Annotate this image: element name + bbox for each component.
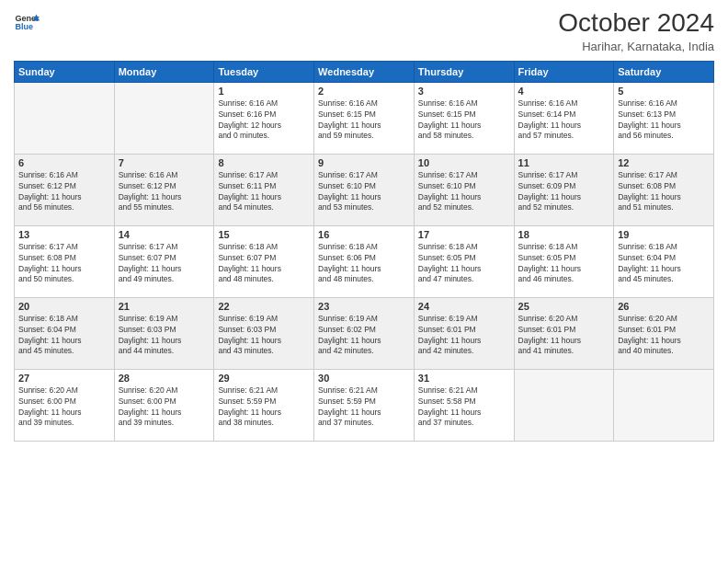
svg-text:Blue: Blue xyxy=(15,22,33,31)
day-number: 15 xyxy=(218,229,310,240)
location-subtitle: Harihar, Karnataka, India xyxy=(558,40,714,53)
day-number: 26 xyxy=(618,301,710,312)
cell-info: Sunrise: 6:19 AM Sunset: 6:03 PM Dayligh… xyxy=(218,314,310,358)
title-section: October 2024 Harihar, Karnataka, India xyxy=(558,9,714,53)
calendar-cell: 31Sunrise: 6:21 AM Sunset: 5:58 PM Dayli… xyxy=(414,369,514,441)
weekday-header-wednesday: Wednesday xyxy=(314,61,415,82)
day-number: 20 xyxy=(18,301,110,312)
calendar-cell: 22Sunrise: 6:19 AM Sunset: 6:03 PM Dayli… xyxy=(214,297,314,369)
calendar-cell: 19Sunrise: 6:18 AM Sunset: 6:04 PM Dayli… xyxy=(614,225,714,297)
calendar-cell: 20Sunrise: 6:18 AM Sunset: 6:04 PM Dayli… xyxy=(15,297,115,369)
day-number: 7 xyxy=(119,157,210,168)
calendar-cell xyxy=(15,82,115,154)
cell-info: Sunrise: 6:18 AM Sunset: 6:05 PM Dayligh… xyxy=(518,242,610,286)
day-number: 31 xyxy=(418,373,510,384)
calendar-cell: 11Sunrise: 6:17 AM Sunset: 6:09 PM Dayli… xyxy=(514,154,614,225)
weekday-header-row: SundayMondayTuesdayWednesdayThursdayFrid… xyxy=(15,61,714,82)
calendar-cell: 15Sunrise: 6:18 AM Sunset: 6:07 PM Dayli… xyxy=(214,225,314,297)
week-row-1: 1Sunrise: 6:16 AM Sunset: 6:16 PM Daylig… xyxy=(15,82,714,154)
calendar-cell: 23Sunrise: 6:19 AM Sunset: 6:02 PM Dayli… xyxy=(314,297,415,369)
cell-info: Sunrise: 6:16 AM Sunset: 6:13 PM Dayligh… xyxy=(618,98,710,143)
calendar-cell: 18Sunrise: 6:18 AM Sunset: 6:05 PM Dayli… xyxy=(514,225,614,297)
day-number: 10 xyxy=(418,157,510,168)
day-number: 19 xyxy=(618,229,710,240)
day-number: 2 xyxy=(318,86,410,97)
cell-info: Sunrise: 6:19 AM Sunset: 6:02 PM Dayligh… xyxy=(318,314,410,358)
calendar-cell: 21Sunrise: 6:19 AM Sunset: 6:03 PM Dayli… xyxy=(114,297,214,369)
calendar-cell: 28Sunrise: 6:20 AM Sunset: 6:00 PM Dayli… xyxy=(114,369,214,441)
calendar-cell xyxy=(514,369,614,441)
week-row-4: 20Sunrise: 6:18 AM Sunset: 6:04 PM Dayli… xyxy=(15,297,714,369)
cell-info: Sunrise: 6:21 AM Sunset: 5:59 PM Dayligh… xyxy=(218,385,310,430)
calendar-cell: 10Sunrise: 6:17 AM Sunset: 6:10 PM Dayli… xyxy=(414,154,514,225)
cell-info: Sunrise: 6:21 AM Sunset: 5:58 PM Dayligh… xyxy=(418,385,510,430)
calendar-cell: 16Sunrise: 6:18 AM Sunset: 6:06 PM Dayli… xyxy=(314,225,415,297)
cell-info: Sunrise: 6:19 AM Sunset: 6:01 PM Dayligh… xyxy=(418,314,510,358)
calendar-cell: 27Sunrise: 6:20 AM Sunset: 6:00 PM Dayli… xyxy=(15,369,115,441)
day-number: 29 xyxy=(218,373,310,384)
week-row-2: 6Sunrise: 6:16 AM Sunset: 6:12 PM Daylig… xyxy=(15,154,714,225)
weekday-header-friday: Friday xyxy=(514,61,614,82)
calendar-cell: 9Sunrise: 6:17 AM Sunset: 6:10 PM Daylig… xyxy=(314,154,415,225)
cell-info: Sunrise: 6:20 AM Sunset: 6:01 PM Dayligh… xyxy=(618,314,710,358)
day-number: 4 xyxy=(518,86,610,97)
day-number: 24 xyxy=(418,301,510,312)
calendar: SundayMondayTuesdayWednesdayThursdayFrid… xyxy=(14,61,714,442)
weekday-header-monday: Monday xyxy=(114,61,214,82)
day-number: 30 xyxy=(318,373,410,384)
calendar-cell: 25Sunrise: 6:20 AM Sunset: 6:01 PM Dayli… xyxy=(514,297,614,369)
cell-info: Sunrise: 6:17 AM Sunset: 6:08 PM Dayligh… xyxy=(18,242,110,286)
day-number: 17 xyxy=(418,229,510,240)
calendar-cell: 14Sunrise: 6:17 AM Sunset: 6:07 PM Dayli… xyxy=(114,225,214,297)
day-number: 12 xyxy=(618,157,710,168)
calendar-cell: 8Sunrise: 6:17 AM Sunset: 6:11 PM Daylig… xyxy=(214,154,314,225)
calendar-cell: 4Sunrise: 6:16 AM Sunset: 6:14 PM Daylig… xyxy=(514,82,614,154)
cell-info: Sunrise: 6:17 AM Sunset: 6:10 PM Dayligh… xyxy=(318,170,410,214)
day-number: 16 xyxy=(318,229,410,240)
calendar-cell: 6Sunrise: 6:16 AM Sunset: 6:12 PM Daylig… xyxy=(15,154,115,225)
calendar-cell: 29Sunrise: 6:21 AM Sunset: 5:59 PM Dayli… xyxy=(214,369,314,441)
day-number: 22 xyxy=(218,301,310,312)
cell-info: Sunrise: 6:17 AM Sunset: 6:10 PM Dayligh… xyxy=(418,170,510,214)
cell-info: Sunrise: 6:16 AM Sunset: 6:12 PM Dayligh… xyxy=(18,170,110,214)
day-number: 8 xyxy=(218,157,310,168)
cell-info: Sunrise: 6:18 AM Sunset: 6:04 PM Dayligh… xyxy=(618,242,710,286)
weekday-header-thursday: Thursday xyxy=(414,61,514,82)
weekday-header-sunday: Sunday xyxy=(15,61,115,82)
cell-info: Sunrise: 6:18 AM Sunset: 6:04 PM Dayligh… xyxy=(18,314,110,358)
cell-info: Sunrise: 6:16 AM Sunset: 6:14 PM Dayligh… xyxy=(518,98,610,143)
logo-icon: General Blue xyxy=(14,9,40,35)
weekday-header-saturday: Saturday xyxy=(614,61,714,82)
week-row-5: 27Sunrise: 6:20 AM Sunset: 6:00 PM Dayli… xyxy=(15,369,714,441)
calendar-cell: 12Sunrise: 6:17 AM Sunset: 6:08 PM Dayli… xyxy=(614,154,714,225)
page: General Blue October 2024 Harihar, Karna… xyxy=(0,0,728,563)
calendar-cell: 26Sunrise: 6:20 AM Sunset: 6:01 PM Dayli… xyxy=(614,297,714,369)
calendar-cell xyxy=(114,82,214,154)
day-number: 3 xyxy=(418,86,510,97)
day-number: 21 xyxy=(119,301,210,312)
cell-info: Sunrise: 6:21 AM Sunset: 5:59 PM Dayligh… xyxy=(318,385,410,430)
day-number: 28 xyxy=(119,373,210,384)
day-number: 27 xyxy=(18,373,110,384)
weekday-header-tuesday: Tuesday xyxy=(214,61,314,82)
day-number: 23 xyxy=(318,301,410,312)
cell-info: Sunrise: 6:18 AM Sunset: 6:06 PM Dayligh… xyxy=(318,242,410,286)
calendar-cell: 17Sunrise: 6:18 AM Sunset: 6:05 PM Dayli… xyxy=(414,225,514,297)
cell-info: Sunrise: 6:16 AM Sunset: 6:16 PM Dayligh… xyxy=(218,98,310,143)
day-number: 9 xyxy=(318,157,410,168)
header: General Blue October 2024 Harihar, Karna… xyxy=(14,9,714,53)
day-number: 13 xyxy=(18,229,110,240)
calendar-cell: 7Sunrise: 6:16 AM Sunset: 6:12 PM Daylig… xyxy=(114,154,214,225)
week-row-3: 13Sunrise: 6:17 AM Sunset: 6:08 PM Dayli… xyxy=(15,225,714,297)
day-number: 14 xyxy=(119,229,210,240)
calendar-cell: 5Sunrise: 6:16 AM Sunset: 6:13 PM Daylig… xyxy=(614,82,714,154)
logo: General Blue xyxy=(14,9,40,35)
cell-info: Sunrise: 6:17 AM Sunset: 6:11 PM Dayligh… xyxy=(218,170,310,214)
cell-info: Sunrise: 6:16 AM Sunset: 6:12 PM Dayligh… xyxy=(119,170,210,214)
cell-info: Sunrise: 6:20 AM Sunset: 6:00 PM Dayligh… xyxy=(119,385,210,430)
day-number: 25 xyxy=(518,301,610,312)
day-number: 5 xyxy=(618,86,710,97)
cell-info: Sunrise: 6:18 AM Sunset: 6:07 PM Dayligh… xyxy=(218,242,310,286)
cell-info: Sunrise: 6:17 AM Sunset: 6:08 PM Dayligh… xyxy=(618,170,710,214)
cell-info: Sunrise: 6:17 AM Sunset: 6:07 PM Dayligh… xyxy=(119,242,210,286)
